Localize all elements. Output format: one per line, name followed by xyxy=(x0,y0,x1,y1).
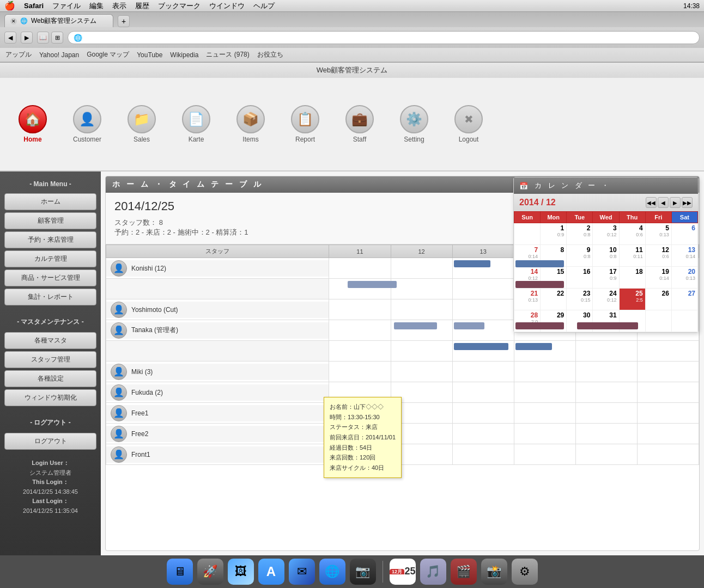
bookmark-youtube[interactable]: YouTube xyxy=(137,51,162,59)
time-slot[interactable] xyxy=(391,362,452,382)
time-slot[interactable] xyxy=(452,279,514,299)
nav-items[interactable]: 📦 Items xyxy=(234,105,267,143)
sidebar-item-master[interactable]: 各種マスタ xyxy=(4,332,96,349)
time-slot[interactable] xyxy=(637,341,699,362)
time-slot[interactable] xyxy=(575,424,637,444)
dock-dvd[interactable]: 🎬 xyxy=(451,559,477,585)
back-button[interactable]: ◀ xyxy=(4,32,16,44)
calendar-day[interactable]: 22 xyxy=(541,289,567,310)
dock-photos[interactable]: 🖼 xyxy=(228,559,254,585)
time-slot[interactable] xyxy=(637,403,699,424)
bookmarks-menu[interactable]: ブックマーク xyxy=(158,1,201,11)
time-slot[interactable] xyxy=(637,444,699,465)
history-menu[interactable]: 履歴 xyxy=(135,1,149,11)
time-slot[interactable] xyxy=(452,320,514,341)
calendar-day[interactable]: 27 xyxy=(671,289,697,310)
calendar-day[interactable]: 240:12 xyxy=(593,289,619,310)
time-slot[interactable] xyxy=(329,299,391,320)
sidebar-item-products[interactable]: 商品・サービス管理 xyxy=(4,270,96,286)
time-slot[interactable] xyxy=(514,362,575,382)
dock-rocket[interactable]: 🚀 xyxy=(197,559,223,585)
time-slot[interactable] xyxy=(575,341,637,362)
calendar-day[interactable]: 30:12 xyxy=(593,223,619,245)
time-slot[interactable] xyxy=(329,320,391,341)
window-menu[interactable]: ウインドウ xyxy=(209,1,245,11)
dock-mail[interactable]: ✉ xyxy=(289,559,315,585)
calendar-day[interactable]: 170:9 xyxy=(593,267,619,289)
time-slot[interactable] xyxy=(637,382,699,403)
dock-finder[interactable]: 🖥 xyxy=(167,559,193,585)
time-slot[interactable] xyxy=(452,362,514,382)
nav-logout[interactable]: ✖ Logout xyxy=(452,105,485,143)
calendar-day[interactable]: 16 xyxy=(567,267,593,289)
view-menu[interactable]: 表示 xyxy=(112,1,126,11)
file-menu[interactable]: ファイル xyxy=(52,1,81,11)
bookmark-wikipedia[interactable]: Wikipedia xyxy=(170,51,198,59)
time-slot[interactable] xyxy=(575,362,637,382)
nav-staff[interactable]: 💼 Staff xyxy=(343,105,376,143)
time-slot[interactable] xyxy=(452,444,514,465)
dock-settings[interactable]: ⚙ xyxy=(512,559,538,585)
time-slot[interactable] xyxy=(575,444,637,465)
bookmark-apple[interactable]: アップル xyxy=(5,50,32,59)
time-slot[interactable] xyxy=(452,424,514,444)
time-slot[interactable] xyxy=(452,382,514,403)
calendar-day[interactable]: 26 xyxy=(645,289,671,310)
time-slot[interactable] xyxy=(329,362,391,382)
help-menu[interactable]: ヘルプ xyxy=(253,1,275,11)
time-slot[interactable] xyxy=(329,341,391,362)
time-slot[interactable] xyxy=(391,258,452,279)
apple-menu[interactable]: 🍎 xyxy=(4,1,15,11)
calendar-day[interactable]: 230:15 xyxy=(567,289,593,310)
calendar-day[interactable]: 100:8 xyxy=(593,245,619,267)
time-slot[interactable] xyxy=(391,279,452,299)
time-slot[interactable] xyxy=(452,258,514,279)
time-slot[interactable] xyxy=(514,403,575,424)
grid-button[interactable]: ⊞ xyxy=(51,32,63,44)
time-slot[interactable] xyxy=(637,424,699,444)
sidebar-item-customer[interactable]: 顧客管理 xyxy=(4,212,96,229)
nav-karte[interactable]: 📄 Karte xyxy=(180,105,213,143)
nav-report[interactable]: 📋 Report xyxy=(289,105,321,143)
calendar-day[interactable]: 6 xyxy=(671,223,697,245)
edit-menu[interactable]: 編集 xyxy=(89,1,104,11)
calendar-day[interactable]: 252:5 xyxy=(619,289,645,310)
sidebar-item-settings[interactable]: 各種設定 xyxy=(4,370,96,387)
time-slot[interactable] xyxy=(575,382,637,403)
nav-setting[interactable]: ⚙️ Setting xyxy=(398,105,430,143)
calendar-day[interactable] xyxy=(671,310,697,332)
cal-last-button[interactable]: ▶▶ xyxy=(682,197,693,208)
browser-tab[interactable]: ✕ 🌐 Web顧客管理システム xyxy=(4,14,113,27)
dock-camera[interactable]: 📸 xyxy=(481,559,507,585)
cal-prev-button[interactable]: ◀ xyxy=(658,197,669,208)
dock-calendar[interactable]: 12月 25 xyxy=(390,559,416,585)
dock-camera2[interactable]: 📷 xyxy=(350,559,376,585)
time-slot[interactable] xyxy=(452,299,514,320)
time-slot[interactable] xyxy=(637,362,699,382)
sidebar-item-reservation[interactable]: 予約・来店管理 xyxy=(4,231,96,248)
time-slot[interactable] xyxy=(514,424,575,444)
calendar-day[interactable]: 40:6 xyxy=(619,223,645,245)
forward-button[interactable]: ▶ xyxy=(21,32,33,44)
bookmark-news[interactable]: ニュース (978) xyxy=(206,50,249,59)
time-slot[interactable] xyxy=(514,382,575,403)
cal-first-button[interactable]: ◀◀ xyxy=(646,197,657,208)
calendar-day[interactable]: 50:13 xyxy=(645,223,671,245)
calendar-day[interactable]: 200:13 xyxy=(671,267,697,289)
calendar-day[interactable]: 110:11 xyxy=(619,245,645,267)
url-bar[interactable]: 🌐 xyxy=(68,31,700,44)
time-slot[interactable] xyxy=(391,341,452,362)
time-slot[interactable] xyxy=(452,341,514,362)
time-slot[interactable] xyxy=(514,444,575,465)
sidebar-item-staff-mgmt[interactable]: スタッフ管理 xyxy=(4,351,96,368)
calendar-day[interactable]: 130:14 xyxy=(671,245,697,267)
sidebar-item-home[interactable]: ホーム xyxy=(4,193,96,210)
time-slot[interactable] xyxy=(575,403,637,424)
calendar-day[interactable]: 90:8 xyxy=(567,245,593,267)
bookmark-googlemap[interactable]: Google マップ xyxy=(87,50,129,59)
time-slot[interactable] xyxy=(329,258,391,279)
bookmark-yahoo[interactable]: Yahoo! Japan xyxy=(39,51,79,59)
tab-close-button[interactable]: ✕ xyxy=(10,18,17,24)
cal-next-button[interactable]: ▶ xyxy=(670,197,681,208)
calendar-day[interactable] xyxy=(645,310,671,332)
